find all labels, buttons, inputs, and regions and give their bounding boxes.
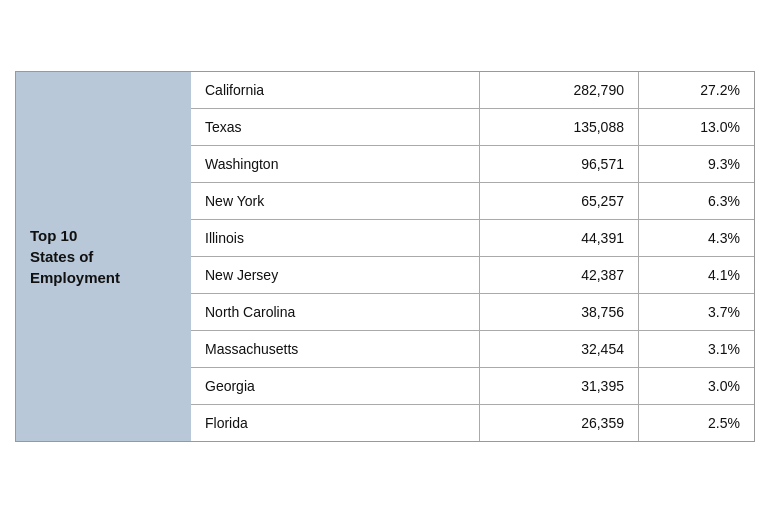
employment-value-cell: 282,790 <box>480 72 639 109</box>
state-name-cell: New Jersey <box>191 256 480 293</box>
table-row: Florida26,3592.5% <box>191 404 754 441</box>
state-name-cell: Texas <box>191 108 480 145</box>
employment-value-cell: 38,756 <box>480 293 639 330</box>
table-row: Washington96,5719.3% <box>191 145 754 182</box>
employment-value-cell: 42,387 <box>480 256 639 293</box>
label-line2: States of <box>30 246 120 267</box>
state-name-cell: Georgia <box>191 367 480 404</box>
label-line1: Top 10 <box>30 225 120 246</box>
employment-pct-cell: 9.3% <box>638 145 754 182</box>
table-row: New Jersey42,3874.1% <box>191 256 754 293</box>
states-table: California282,79027.2%Texas135,08813.0%W… <box>191 72 754 441</box>
state-name-cell: Florida <box>191 404 480 441</box>
employment-pct-cell: 27.2% <box>638 72 754 109</box>
employment-pct-cell: 13.0% <box>638 108 754 145</box>
table-row: Texas135,08813.0% <box>191 108 754 145</box>
table-row: Massachusetts32,4543.1% <box>191 330 754 367</box>
state-name-cell: Washington <box>191 145 480 182</box>
employment-pct-cell: 3.0% <box>638 367 754 404</box>
main-table: Top 10 States of Employment California28… <box>15 71 755 442</box>
employment-pct-cell: 3.1% <box>638 330 754 367</box>
employment-value-cell: 31,395 <box>480 367 639 404</box>
table-row: Illinois44,3914.3% <box>191 219 754 256</box>
table-row: North Carolina38,7563.7% <box>191 293 754 330</box>
employment-value-cell: 135,088 <box>480 108 639 145</box>
state-name-cell: North Carolina <box>191 293 480 330</box>
state-name-cell: Massachusetts <box>191 330 480 367</box>
label-line3: Employment <box>30 267 120 288</box>
employment-value-cell: 65,257 <box>480 182 639 219</box>
table-row: Georgia31,3953.0% <box>191 367 754 404</box>
employment-value-cell: 26,359 <box>480 404 639 441</box>
table-row: New York65,2576.3% <box>191 182 754 219</box>
employment-pct-cell: 6.3% <box>638 182 754 219</box>
employment-value-cell: 32,454 <box>480 330 639 367</box>
employment-value-cell: 44,391 <box>480 219 639 256</box>
state-name-cell: California <box>191 72 480 109</box>
employment-value-cell: 96,571 <box>480 145 639 182</box>
employment-pct-cell: 3.7% <box>638 293 754 330</box>
table-row: California282,79027.2% <box>191 72 754 109</box>
section-label: Top 10 States of Employment <box>16 72 191 441</box>
employment-pct-cell: 4.1% <box>638 256 754 293</box>
employment-pct-cell: 4.3% <box>638 219 754 256</box>
employment-pct-cell: 2.5% <box>638 404 754 441</box>
state-name-cell: New York <box>191 182 480 219</box>
state-name-cell: Illinois <box>191 219 480 256</box>
